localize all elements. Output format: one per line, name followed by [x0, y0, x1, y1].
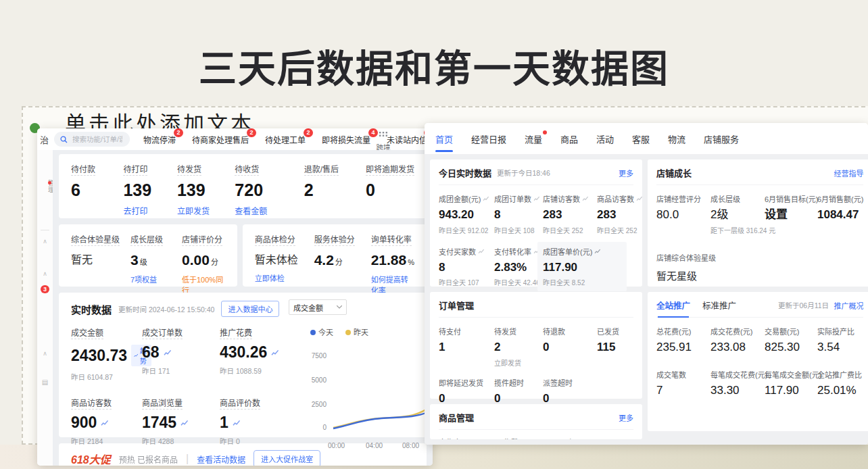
stat-pay-conversion: 支付转化率2.83%昨日全天 42.46% — [494, 246, 543, 288]
ship-now-link[interactable]: 立即发货 — [177, 205, 235, 216]
left-dashboard-window: 治 物流停滞2 待商家处理售后2 待处理工单2 即将损失流量4 未读站内信68 … — [37, 128, 433, 466]
tab-home[interactable]: 首页 — [435, 132, 453, 145]
left-main-content: 待付款6 待打印139去打印 待发货139立即发货 待收货720查看金额 退款/… — [53, 150, 433, 466]
orders-title: 订单管理 — [439, 299, 474, 312]
trend-icon — [134, 353, 139, 358]
data-center-button[interactable]: 进入数据中心 — [221, 301, 279, 317]
stat-to-refund: 待退款0 — [543, 326, 597, 368]
experience-row: 综合体验星级暂无 成长层级3级7项权益 店铺评价分0.00分低于100%同行 商… — [59, 224, 427, 287]
view-amount-link[interactable]: 查看金额 — [235, 205, 304, 216]
grid-icon — [379, 132, 387, 139]
stat-paying-buyers: 支付买家数8昨日全天 107 — [439, 246, 494, 288]
promo-badge: 618大促 — [71, 451, 111, 466]
badge-count: 2 — [304, 128, 313, 137]
left-side-rail: 管理 ∧ ∧ 3 ∧ ▤ — [37, 150, 53, 466]
search-input[interactable] — [71, 134, 124, 144]
goods-soldout-label: 已售罄 — [496, 437, 519, 439]
experience-card-right: 商品体检分暂未体检立即体检 服务体验分4.2分 询单转化率21.88%如何提高转… — [243, 224, 427, 287]
stat-deal-count: 成交笔数7 — [656, 369, 710, 397]
trend-icon — [533, 196, 540, 201]
nav-logistics-stalled[interactable]: 物流停滞2 — [143, 134, 176, 145]
rights-link[interactable]: 7项权益 — [130, 274, 182, 285]
today-title: 今日实时数据 — [439, 166, 491, 179]
rail-chevron-up-icon[interactable]: ∧ — [37, 238, 53, 245]
stat-deal-amount: 成团金额(元)943.20昨日全天 912.02 — [439, 193, 494, 235]
stat-sales-target: 6月销售目标(元)设置 — [765, 193, 817, 235]
stat-shop-visitors: 店铺访客数283昨日全天 252 — [543, 193, 597, 235]
corner-widget[interactable]: 跨境 — [373, 129, 393, 152]
trend-icon[interactable] — [101, 420, 109, 426]
stat-transaction-amount: 交易额(元)825.30 — [765, 326, 817, 354]
promo-link[interactable]: 查看活动数据 — [197, 453, 245, 465]
tab-customer-service[interactable]: 客服 — [632, 132, 650, 145]
stat-promo-fee-ratio: 全站推广费比25.01% — [817, 369, 863, 397]
search-bar[interactable] — [54, 132, 130, 147]
stat-deal-cost: 成交花费(元)233.08 — [710, 326, 765, 354]
metric-orders: 成交订单数 68 昨日 171 — [142, 326, 220, 382]
stat-pickup-timeout: 揽件超时0 — [494, 377, 543, 405]
tab-sitewide-promo[interactable]: 全站推广 — [656, 299, 690, 312]
stat-pending-receive: 待收货720查看金额 — [235, 163, 304, 209]
goods-offshelf-label: 已下架 — [554, 437, 576, 439]
tab-daily-report[interactable]: 经营日报 — [471, 132, 506, 145]
tab-shop-services[interactable]: 店铺服务 — [704, 132, 739, 145]
slide-title: 三天后数据和第一天数据图 — [0, 38, 868, 93]
trend-icon[interactable] — [233, 420, 241, 426]
promo-button[interactable]: 进入大促作战室 — [254, 450, 320, 466]
stat-total-cost: 总花费(元)235.91 — [656, 326, 710, 354]
trend-icon[interactable] — [271, 349, 279, 356]
today-realtime-card: 今日实时数据 更新于今日18:46 更多 成团金额(元)943.20昨日全天 9… — [430, 159, 642, 287]
check-now-link[interactable]: 立即体检 — [255, 272, 314, 283]
trend-icon — [582, 196, 589, 201]
ship-now-link[interactable]: 立即发货 — [494, 357, 543, 368]
realtime-updated: 更新时间 2024-06-12 15:50:40 — [118, 304, 214, 314]
today-more-link[interactable]: 更多 — [619, 168, 633, 178]
rail-badge: 3 — [41, 285, 49, 293]
stat-pending-print: 待打印139去打印 — [123, 163, 176, 209]
set-target-link[interactable]: 设置 — [765, 209, 817, 222]
order-management-card: 订单管理 待支付1 待发货2立即发货 待退款0 已发货115 即将延迟发货0 揽… — [430, 292, 642, 399]
metric-visitors: 商品访客数 900 昨日 2184 — [71, 397, 142, 446]
shop-growth-card: 店铺成长 经营指导 店铺经营评分80.0 成长层级2级距下一层级 316.24 … — [648, 159, 868, 287]
nav-traffic-loss[interactable]: 即将损失流量4 — [322, 134, 370, 145]
promo-updated: 更新于06月11日 — [778, 300, 829, 310]
rail-chevron-up-icon[interactable]: ∧ — [37, 270, 53, 277]
go-print-link[interactable]: 去打印 — [123, 205, 176, 216]
stat-month-sales: 6月销售额(元)1084.47 — [817, 193, 863, 235]
nav-pending-aftersale[interactable]: 待商家处理售后2 — [192, 134, 249, 145]
stat-unpaid: 待支付1 — [439, 326, 494, 368]
stat-shop-star: 店铺综合体验星级 暂无星级 — [656, 251, 863, 282]
realtime-metrics: 成交金额 2430.73 趋势 昨日 6104.87 成交订单数 68 昨日 1… — [71, 326, 309, 446]
promo-overview-link[interactable]: 推广概况 — [834, 300, 863, 311]
todo-stats-card: 待付款6 待打印139去打印 待发货139立即发货 待收货720查看金额 退款/… — [59, 154, 427, 218]
rail-chevron-up-icon[interactable]: ∧ — [37, 350, 53, 357]
promo-text: 预热 已报名商品 — [119, 453, 178, 465]
stat-growth-level: 成长层级2级距下一层级 316.24 元 — [710, 193, 765, 235]
right-dashboard-window: 首页 经营日报 流量 商品 活动 客服 物流 店铺服务 今日实时数据 更新于今日… — [425, 123, 868, 445]
nav-pending-workorder[interactable]: 待处理工单2 — [265, 134, 306, 145]
legend-yesterday[interactable]: 昨天 — [345, 326, 368, 337]
growth-title: 店铺成长 — [656, 166, 692, 179]
trend-icon[interactable] — [164, 349, 172, 356]
trend-icon[interactable] — [180, 420, 189, 426]
trend-icon — [594, 249, 601, 254]
stat-pending-payment: 待付款6 — [71, 163, 123, 209]
realtime-line-chart: 今天 昨天 7500 5000 2500 0 00: — [309, 326, 414, 446]
tab-standard-promo[interactable]: 标准推广 — [702, 299, 736, 312]
trend-icon — [478, 249, 485, 254]
tab-products[interactable]: 商品 — [560, 132, 578, 145]
legend-today[interactable]: 今天 — [310, 326, 333, 337]
trend-icon — [483, 196, 489, 201]
today-updated: 更新于今日18:46 — [497, 168, 550, 178]
tab-traffic[interactable]: 流量 — [525, 132, 542, 145]
search-icon — [60, 136, 68, 143]
metric-select[interactable]: 成交金额 — [289, 299, 347, 315]
guidance-link[interactable]: 经营指导 — [834, 168, 863, 178]
right-tab-bar: 首页 经营日报 流量 商品 活动 客服 物流 店铺服务 — [425, 123, 868, 154]
stat-deal-orders: 成团订单数8昨日全天 108 — [494, 193, 543, 235]
rail-red-dot — [48, 181, 51, 184]
tab-logistics[interactable]: 物流 — [668, 132, 685, 145]
rail-tool-icon[interactable]: ▤ — [37, 378, 53, 386]
tab-activities[interactable]: 活动 — [596, 132, 614, 145]
goods-more-link[interactable]: 更多 — [619, 412, 633, 423]
